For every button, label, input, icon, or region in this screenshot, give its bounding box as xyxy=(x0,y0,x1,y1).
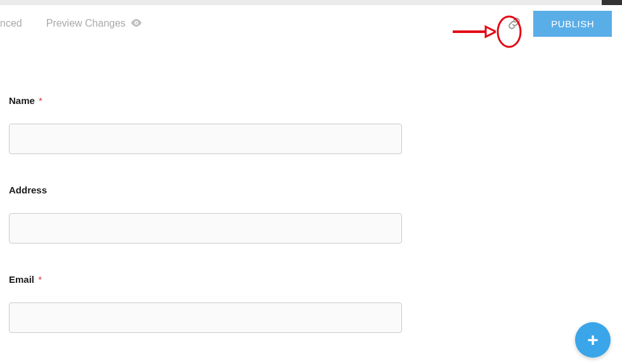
add-fab-button[interactable]: + xyxy=(575,322,611,358)
form-group-address: Address xyxy=(9,185,622,244)
plus-icon: + xyxy=(587,330,599,349)
name-label-text: Name xyxy=(9,95,35,106)
email-label: Email * xyxy=(9,274,622,285)
required-asterisk: * xyxy=(38,274,42,285)
email-label-text: Email xyxy=(9,274,34,285)
toolbar-right: PUBLISH xyxy=(507,11,612,37)
form-area: Name * Address Email * xyxy=(0,44,622,333)
tab-partial-label[interactable]: nced xyxy=(0,18,22,29)
eye-icon xyxy=(131,18,142,29)
top-strip xyxy=(0,0,622,5)
address-label: Address xyxy=(9,185,622,195)
name-label: Name * xyxy=(9,95,622,106)
preview-label: Preview Changes xyxy=(46,18,126,29)
link-icon[interactable] xyxy=(507,16,522,31)
svg-point-0 xyxy=(136,22,138,24)
address-label-text: Address xyxy=(9,185,47,195)
email-input[interactable] xyxy=(9,302,402,333)
name-input[interactable] xyxy=(9,124,402,154)
toolbar-left: nced Preview Changes xyxy=(0,18,142,29)
preview-changes-link[interactable]: Preview Changes xyxy=(46,18,142,29)
toolbar: nced Preview Changes PUBLISH xyxy=(0,5,622,44)
form-group-name: Name * xyxy=(9,95,622,154)
address-input[interactable] xyxy=(9,213,402,244)
dark-corner xyxy=(602,0,622,5)
required-asterisk: * xyxy=(39,95,42,106)
publish-button[interactable]: PUBLISH xyxy=(533,11,612,37)
form-group-email: Email * xyxy=(9,274,622,333)
